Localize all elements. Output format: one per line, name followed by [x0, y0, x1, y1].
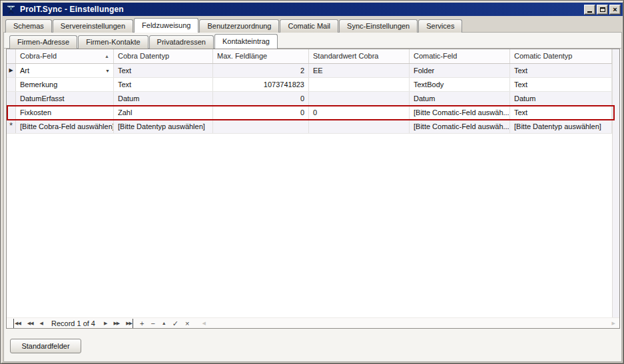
- close-icon: ×: [613, 6, 617, 13]
- cell-comatic-datentyp[interactable]: Text: [510, 78, 612, 91]
- cell-comatic-datentyp[interactable]: Text: [510, 64, 612, 77]
- table-row: ▶ Art ▼ Text 2 EE Folder Text: [7, 64, 619, 78]
- sub-tabstrip: Firmen-AdresseFirmen-KontaktePrivatadres…: [9, 34, 278, 49]
- nav-accept-button[interactable]: ✓: [172, 319, 178, 328]
- nav-next-page-button[interactable]: ▶▶: [113, 319, 119, 328]
- nav-next-button[interactable]: ▶: [104, 319, 107, 328]
- row-indicator: [7, 92, 16, 105]
- minimize-button[interactable]: [584, 5, 595, 15]
- current-row-indicator: ▶: [7, 64, 16, 77]
- table-row-new: * [Bitte Cobra-Feld auswählen] [Bitte Da…: [7, 120, 619, 134]
- column-header-comatic-datentyp[interactable]: Comatic Datentyp: [510, 49, 612, 63]
- app-window: ProIT.Sync - Einstellungen × SchemasServ…: [0, 0, 624, 364]
- new-row-indicator: *: [7, 120, 16, 133]
- row-indicator: [7, 106, 16, 119]
- column-header-cobra-datentyp[interactable]: Cobra Datentyp: [114, 49, 213, 63]
- titlebar[interactable]: ProIT.Sync - Einstellungen ×: [3, 3, 623, 16]
- cell-cobra-feld[interactable]: Art ▼: [16, 64, 114, 77]
- maximize-button[interactable]: [597, 5, 608, 15]
- record-navigator: ◀◀ ◀◀ ◀ Record 1 of 4 ▶ ▶▶ ▶▶ + − ▲ ✓ × …: [7, 317, 619, 328]
- tab-benutzerzuordnung[interactable]: Benutzerzuordnung: [199, 19, 279, 33]
- column-header-max-feldlaenge[interactable]: Max. Feldlänge: [213, 49, 309, 63]
- column-header-label: Cobra-Feld: [20, 52, 57, 60]
- minimize-icon: [587, 11, 592, 13]
- cell-max-feldlaenge[interactable]: 0: [213, 106, 309, 119]
- cell-max-feldlaenge[interactable]: 0: [213, 92, 309, 105]
- nav-prev-page-button[interactable]: ◀◀: [27, 319, 33, 328]
- cell-cobra-datentyp[interactable]: [Bitte Datentyp auswählen]: [114, 120, 213, 133]
- cell-cobra-feld[interactable]: DatumErfasst: [16, 92, 114, 105]
- cell-cobra-datentyp[interactable]: Datum: [114, 92, 213, 105]
- maximize-icon: [600, 7, 605, 12]
- app-icon: [5, 5, 17, 15]
- tab-services[interactable]: Services: [418, 19, 462, 33]
- hscroll-left-arrow[interactable]: ◀: [202, 321, 205, 326]
- cell-standardwert-cobra[interactable]: [309, 78, 410, 91]
- cell-max-feldlaenge[interactable]: [213, 120, 309, 133]
- nav-first-button[interactable]: ◀◀: [13, 319, 21, 328]
- tab-firmen-adresse[interactable]: Firmen-Adresse: [9, 35, 77, 49]
- tab-privatadressen[interactable]: Privatadressen: [149, 35, 214, 49]
- grid-header-row: Cobra-Feld ▲ Cobra Datentyp Max. Feldlän…: [7, 49, 619, 64]
- record-counter: Record 1 of 4: [51, 319, 95, 327]
- window-controls: ×: [584, 5, 621, 15]
- tab-comatic-mail[interactable]: Comatic Mail: [280, 19, 338, 33]
- main-tabstrip: SchemasServereinstellungenFeldzuweisungB…: [5, 18, 463, 33]
- cell-comatic-feld[interactable]: Datum: [410, 92, 510, 105]
- cell-standardwert-cobra[interactable]: [309, 120, 410, 133]
- cell-comatic-feld[interactable]: TextBody: [410, 78, 510, 91]
- field-mapping-grid: Cobra-Feld ▲ Cobra Datentyp Max. Feldlän…: [6, 49, 620, 329]
- cell-cobra-feld[interactable]: [Bitte Cobra-Feld auswählen]: [16, 120, 114, 133]
- column-header-comatic-feld[interactable]: Comatic-Feld: [410, 49, 510, 63]
- hscroll-right-arrow[interactable]: ▶: [612, 321, 615, 326]
- cell-comatic-datentyp[interactable]: [Bitte Datentyp auswählen]: [510, 120, 612, 133]
- table-row: Bemerkung Text 1073741823 TextBody Text: [7, 78, 619, 92]
- cell-max-feldlaenge[interactable]: 2: [213, 64, 309, 77]
- standardfelder-button[interactable]: Standardfelder: [10, 339, 81, 353]
- cell-comatic-feld[interactable]: [Bitte Comatic-Feld auswäh...: [410, 106, 510, 119]
- table-row-highlighted: Fixkosten Zahl 0 0 [Bitte Comatic-Feld a…: [7, 106, 619, 120]
- tab-kontakteintrag[interactable]: Kontakteintrag: [214, 34, 278, 49]
- cell-cobra-datentyp[interactable]: Text: [114, 78, 213, 91]
- row-indicator: [7, 78, 16, 91]
- close-button[interactable]: ×: [609, 5, 621, 15]
- cell-comatic-datentyp[interactable]: Datum: [510, 92, 612, 105]
- current-row-icon: ▶: [9, 67, 13, 73]
- cell-comatic-datentyp[interactable]: Text: [510, 106, 612, 119]
- nav-delete-button[interactable]: −: [151, 319, 155, 328]
- cell-cobra-datentyp[interactable]: Text: [114, 64, 213, 77]
- cell-comatic-feld[interactable]: [Bitte Comatic-Feld auswäh...: [410, 120, 510, 133]
- cell-cobra-feld[interactable]: Fixkosten: [16, 106, 114, 119]
- column-header-cobra-feld[interactable]: Cobra-Feld ▲: [16, 49, 114, 63]
- cell-comatic-feld[interactable]: Folder: [410, 64, 510, 77]
- window-title: ProIT.Sync - Einstellungen: [20, 5, 124, 14]
- cell-value: Art: [20, 67, 29, 75]
- column-header-standardwert-cobra[interactable]: Standardwert Cobra: [309, 49, 410, 63]
- tab-firmen-kontakte[interactable]: Firmen-Kontakte: [78, 35, 148, 49]
- cell-max-feldlaenge[interactable]: 1073741823: [213, 78, 309, 91]
- cell-cobra-datentyp[interactable]: Zahl: [114, 106, 213, 119]
- nav-cancel-button[interactable]: ×: [185, 319, 189, 328]
- new-row-icon: *: [9, 120, 13, 130]
- nav-last-button[interactable]: ▶▶: [126, 319, 133, 328]
- tab-feldzuweisung[interactable]: Feldzuweisung: [134, 18, 198, 33]
- sort-ascending-icon: ▲: [105, 54, 109, 59]
- nav-edit-button[interactable]: ▲: [162, 319, 166, 328]
- table-row: DatumErfasst Datum 0 Datum Datum: [7, 92, 619, 106]
- cell-standardwert-cobra[interactable]: [309, 92, 410, 105]
- cell-standardwert-cobra[interactable]: 0: [309, 106, 410, 119]
- nav-prev-button[interactable]: ◀: [40, 319, 43, 328]
- cell-standardwert-cobra[interactable]: EE: [309, 64, 410, 77]
- cell-cobra-feld[interactable]: Bemerkung: [16, 78, 114, 91]
- tab-sync-einstellungen[interactable]: Sync-Einstellungen: [339, 19, 418, 33]
- tab-schemas[interactable]: Schemas: [5, 19, 52, 33]
- tab-servereinstellungen[interactable]: Servereinstellungen: [53, 19, 133, 33]
- nav-add-button[interactable]: +: [140, 319, 144, 328]
- dropdown-icon[interactable]: ▼: [105, 69, 110, 73]
- grid-right-filler: [612, 49, 619, 317]
- row-indicator-header: [7, 49, 16, 63]
